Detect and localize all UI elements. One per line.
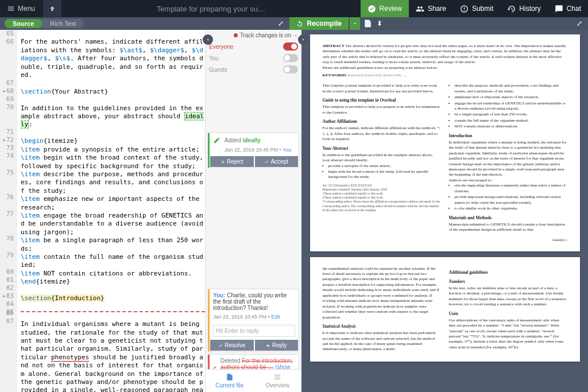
reject-button[interactable]: Reject: [210, 156, 254, 167]
pdf-page-1: ABSTRACT The abstract should be written …: [310, 34, 580, 251]
share-button[interactable]: Share: [409, 0, 453, 17]
toggle-you-switch[interactable]: [283, 54, 298, 62]
menu-label: Menu: [18, 5, 35, 13]
pdf-page-2: the experimental analysis could be repea…: [310, 257, 580, 362]
richtext-tab[interactable]: Rich Text: [42, 19, 84, 28]
recompile-bar: Recompile: [289, 17, 360, 30]
resolve-button[interactable]: Resolve: [210, 340, 254, 351]
main-area: 656667▸68697071▸7273747576777879808182▸8…: [0, 30, 588, 392]
up-button[interactable]: [43, 0, 61, 17]
track-dot-icon: [234, 33, 238, 37]
reply-button[interactable]: Reply: [255, 340, 299, 351]
history-button[interactable]: History: [500, 0, 547, 17]
logs-icon[interactable]: 📄: [363, 20, 372, 28]
menu-button[interactable]: Menu: [0, 0, 42, 17]
review-tabs: Current file Overview: [206, 369, 301, 392]
toggle-everyone-switch[interactable]: [283, 42, 298, 51]
editor-mode-tabs: Source Rich Text: [5, 19, 84, 28]
comment-card: You: Charlie, could you write the first …: [208, 289, 299, 352]
top-bar: Menu Template for preparing your su… Rev…: [0, 0, 588, 17]
review-button[interactable]: Review: [361, 0, 409, 17]
accept-button[interactable]: Accept: [255, 156, 299, 167]
overview-tab[interactable]: Overview: [254, 370, 302, 392]
toggle-everyone: Everyone: [209, 41, 298, 52]
change-card-added: Added ideally Jan 22, 2019 10:45 PM • Yo…: [208, 133, 299, 168]
submit-button[interactable]: Submit: [453, 0, 500, 17]
expand-pdf-icon[interactable]: ⤢: [571, 20, 588, 28]
comment-reply-input[interactable]: Hit Enter to reply: [213, 325, 295, 337]
recompile-button[interactable]: Recompile: [289, 17, 349, 30]
toggle-you: You: [209, 52, 298, 64]
toolbar: Source Rich Text ⤢ Recompile 📄 ⬇ ⤢: [0, 17, 588, 30]
expand-editor-icon[interactable]: ⤢: [272, 20, 289, 28]
pdf-toolbar-icons: 📄 ⬇: [363, 20, 382, 28]
track-changes-header[interactable]: Track changes is on: [206, 30, 301, 41]
top-actions: Review Share Submit History Chat: [361, 0, 588, 17]
recompile-dropdown[interactable]: [350, 17, 360, 30]
track-toggle-options: Everyone You Guests: [206, 41, 301, 75]
review-panel: Track changes is on Everyone You Guests …: [205, 30, 301, 392]
project-title: Template for preparing your su…: [61, 5, 361, 13]
current-file-tab[interactable]: Current file: [206, 370, 254, 392]
toggle-guests-switch[interactable]: [283, 65, 298, 73]
code-editor[interactable]: 656667▸68697071▸7273747576777879808182▸8…: [0, 30, 205, 392]
chat-button[interactable]: Chat: [548, 0, 588, 17]
pdf-viewer[interactable]: ABSTRACT The abstract should be written …: [301, 30, 588, 392]
toggle-guests: Guests: [209, 64, 298, 75]
download-icon[interactable]: ⬇: [377, 20, 382, 28]
divider-left[interactable]: [203, 34, 213, 45]
source-tab[interactable]: Source: [5, 19, 42, 28]
divider-right[interactable]: [298, 34, 308, 45]
